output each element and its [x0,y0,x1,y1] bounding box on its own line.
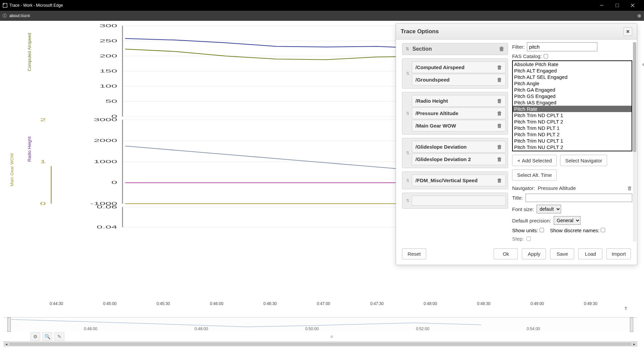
parameter-item[interactable]: /Pressure Altitude🗑 [412,107,506,119]
trash-icon[interactable]: 🗑 [497,156,502,162]
window-minimize[interactable] [595,0,610,11]
title-input[interactable] [526,194,632,202]
svg-text:0: 0 [40,201,46,205]
trash-icon[interactable]: 🗑 [497,77,502,83]
catalog-item[interactable]: Pitch GA Engaged [513,87,632,93]
window-close[interactable] [626,0,641,11]
parameter-item[interactable]: /Computed Airspeed🗑 [412,61,506,73]
scroll-left-arrow[interactable]: ◄ [3,342,9,347]
catalog-item[interactable]: Pitch Rate [513,106,632,112]
parameter-item[interactable]: /Glideslope Deviation 2🗑 [412,153,506,165]
svg-text:100: 100 [100,84,117,89]
show-units-checkbox[interactable] [540,228,544,232]
catalog-listbox[interactable]: Absolute Pitch RatePitch ALT EngagedPitc… [512,60,632,151]
grip-icon[interactable]: ≡ [330,334,334,339]
svg-text:1: 1 [40,159,46,164]
chevron-left-icon: ◂ [517,157,520,163]
svg-text:0: 0 [111,114,117,118]
import-button[interactable]: Import [606,248,631,259]
filter-label: Filter: [512,44,525,50]
show-discrete-checkbox[interactable] [601,228,605,232]
edit-icon[interactable]: ✎ [54,332,64,341]
horizontal-scrollbar[interactable]: ◄ ► [3,341,637,347]
svg-rect-0 [3,3,7,7]
section-group: ⇅/Glideslope Deviation🗑/Glideslope Devia… [402,138,508,168]
drag-handle-icon[interactable]: ⇅ [404,140,411,166]
parameter-label: /Glideslope Deviation 2 [415,156,497,162]
apply-button[interactable]: Apply [522,248,546,259]
drag-handle-icon[interactable]: ⇅ [404,195,411,206]
section-header[interactable]: ⇅ Section 🗑 [402,43,508,55]
drag-handle-icon[interactable]: ⇅ [404,94,411,132]
trash-icon[interactable]: 🗑 [497,123,502,129]
load-button[interactable]: Load [578,248,602,259]
trash-icon[interactable]: 🗑 [497,64,502,70]
catalog-item[interactable]: Pitch IAS Engaged [513,99,632,106]
fontsize-select[interactable]: default [537,205,561,213]
panel-scroll-thumb[interactable] [633,42,636,152]
fas-catalog-checkbox[interactable] [544,54,548,58]
step-checkbox[interactable] [527,237,531,241]
catalog-item[interactable]: Pitch Trim NU CPLT 2 [513,144,632,150]
parameter-item[interactable] [412,196,506,206]
svg-text:1000: 1000 [94,159,117,164]
drag-handle-icon[interactable]: ⇅ [404,61,411,86]
y-axis-label: Computed Airspeed [27,33,32,71]
section-group: ⇅ [402,193,508,209]
parameter-item[interactable]: /Main Gear WOW🗑 [412,120,506,132]
parameter-item[interactable]: /Radio Height🗑 [412,95,506,107]
trash-icon[interactable]: 🗑 [497,110,502,116]
parameter-item[interactable]: /Glideslope Deviation🗑 [412,141,506,153]
close-icon[interactable]: ✖ [624,27,632,36]
url-scheme: about: [9,13,20,18]
url-path: blank [20,13,30,18]
catalog-item[interactable]: Pitch GS Engaged [513,93,632,99]
catalog-item[interactable]: Pitch Trim ND CPLT 1 [513,112,632,118]
catalog-item[interactable]: Pitch Trim ND PLT 2 [513,131,632,138]
drag-handle-icon[interactable]: ⇅ [406,47,409,51]
catalog-item[interactable]: Pitch ALT SEL Engaged [513,74,632,80]
trash-icon[interactable]: 🗑 [499,46,504,52]
panel-scrollbar[interactable] [633,42,636,242]
add-selected-button[interactable]: ◂ Add Selected [512,155,557,166]
parameter-item[interactable]: /Groundspeed🗑 [412,74,506,86]
scroll-right-arrow[interactable]: ► [631,342,637,347]
zoom-icon[interactable]: ⊕ [637,13,641,18]
catalog-item[interactable]: Pitch Trim ND CPLT 2 [513,118,632,125]
zoom-icon[interactable]: 🔍 [42,332,52,341]
select-navigator-button[interactable]: Select Navigator [560,155,607,166]
x-axis-label: T [3,306,637,311]
catalog-item[interactable]: Pitch Trim ND PLT 1 [513,125,632,131]
scroll-thumb[interactable] [9,342,631,346]
navigator-handle-left[interactable] [7,317,11,332]
window-maximize[interactable] [610,0,626,11]
drag-handle-icon[interactable]: ⇅ [404,174,411,187]
reset-button[interactable]: Reset [402,248,426,259]
trash-icon[interactable]: 🗑 [497,144,502,150]
section-group: ⇅/Computed Airspeed🗑/Groundspeed🗑 [402,58,508,89]
sections-column: ⇅ Section 🗑 ⇅/Computed Airspeed🗑/Grounds… [396,40,510,244]
settings-icon[interactable]: ⚙ [30,332,40,341]
save-button[interactable]: Save [550,248,574,259]
browser-addressbar: ⓘ about:blank ⊕ [0,11,644,21]
fontsize-label: Font size: [512,206,534,212]
precision-select[interactable]: General [554,216,581,225]
trash-icon[interactable]: 🗑 [627,185,632,191]
svg-text:250: 250 [100,39,117,43]
trash-icon[interactable]: 🗑 [497,98,502,104]
catalog-item[interactable]: Pitch ALT Engaged [513,67,632,74]
site-info-icon[interactable]: ⓘ [3,13,7,19]
page-icon [3,3,7,8]
resize-horizontal-icon[interactable]: ⇔ [642,61,644,68]
parameter-item[interactable]: /FDM_Misc/Vertical Speed🗑 [412,174,506,186]
catalog-item[interactable]: Pitch Angle [513,80,632,87]
catalog-item[interactable]: Pitch Trim NU CPLT 1 [513,138,632,144]
filter-input[interactable] [527,42,597,51]
svg-text:2: 2 [40,118,46,122]
catalog-item[interactable]: Absolute Pitch Rate [513,61,632,67]
parameter-label: /Radio Height [415,98,497,104]
ok-button[interactable]: Ok [494,248,518,259]
navigator-strip[interactable]: 0:46:000:48:000:50:000:52:000:54:00 [3,317,637,332]
trash-icon[interactable]: 🗑 [497,178,502,183]
select-alt-time-button[interactable]: Select Alt. Time [512,169,557,181]
